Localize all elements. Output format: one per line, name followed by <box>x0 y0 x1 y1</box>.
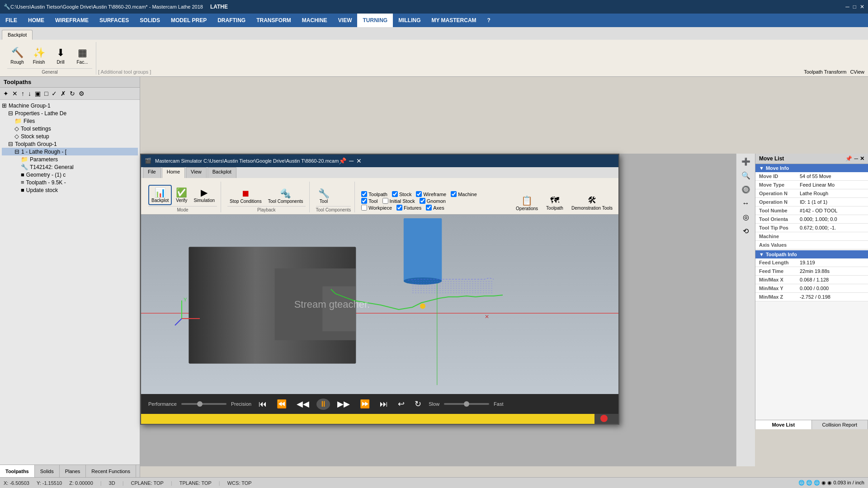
step-btn[interactable]: ↩ <box>395 398 407 410</box>
tree-item[interactable]: ◇ Stock setup <box>2 132 138 140</box>
sim-tab-file[interactable]: File <box>143 167 161 178</box>
ribbon-btn-finish[interactable]: ✨ Finish <box>29 45 49 66</box>
ml-tab-collision[interactable]: Collision Report <box>812 420 868 429</box>
menu-item-?[interactable]: ? <box>482 14 496 27</box>
operations-btn[interactable]: 📋 Operations <box>514 194 540 212</box>
vis-toolpath[interactable]: Toolpath <box>361 191 387 197</box>
tb-settings[interactable]: ⚙ <box>77 89 86 98</box>
minimize-btn[interactable]: ─ <box>845 4 849 10</box>
tree-item[interactable]: 📁 Files <box>2 117 138 125</box>
rst-btn-4[interactable]: ↔ <box>739 197 753 209</box>
vis-axes-cb[interactable] <box>426 205 432 211</box>
verify-btn[interactable]: ✅ Verify <box>174 186 189 204</box>
skip-end-btn[interactable]: ⏭ <box>377 399 391 410</box>
vis-workpiece[interactable]: Workpiece <box>361 205 392 211</box>
prev-frame-btn[interactable]: ⏪ <box>274 398 289 410</box>
left-tab-toolpaths[interactable]: Toolpaths <box>0 465 35 477</box>
tree-item[interactable]: ■ Geometry - (1) c <box>2 171 138 178</box>
demo-tools-btn[interactable]: 🛠 Demonstration Tools <box>569 194 615 212</box>
left-tab-solids[interactable]: Solids <box>35 465 60 477</box>
vis-tool[interactable]: Tool <box>361 198 377 204</box>
tree-item[interactable]: 🔧 T142142: General <box>2 163 138 171</box>
vis-machine[interactable]: Machine <box>451 191 477 197</box>
vis-machine-cb[interactable] <box>451 191 457 197</box>
menu-item-machine[interactable]: MACHINE <box>297 14 333 27</box>
rst-btn-1[interactable]: ➕ <box>739 155 753 168</box>
tb-move-down[interactable]: ↓ <box>27 89 33 98</box>
ml-pin-btn[interactable]: 📌 <box>845 155 852 162</box>
menu-item-transform[interactable]: TRANSFORM <box>251 14 297 27</box>
sim-tab-view[interactable]: View <box>186 167 207 178</box>
menu-item-surfaces[interactable]: SURFACES <box>94 14 134 27</box>
tb-delete[interactable]: ✕ <box>11 89 19 98</box>
toolpath-btn[interactable]: 🗺 Toolpath <box>542 194 567 212</box>
next-frame-btn[interactable]: ⏩ <box>357 398 373 410</box>
tb-check[interactable]: ✓ <box>50 89 58 98</box>
menu-item-view[interactable]: VIEW <box>333 14 358 27</box>
vis-gnomon-cb[interactable] <box>420 198 425 204</box>
tree-item[interactable]: 📁 Parameters <box>2 155 138 163</box>
tb-select-all[interactable]: ▣ <box>33 89 42 98</box>
toolpath-info-section-header[interactable]: ▼ Toolpath Info <box>755 250 868 258</box>
vis-wireframe-cb[interactable] <box>416 191 422 197</box>
stop-conditions-btn[interactable]: ⏹ Stop Conditions <box>227 187 264 205</box>
tb-move-up[interactable]: ↑ <box>20 89 26 98</box>
menu-item-milling[interactable]: MILLING <box>393 14 426 27</box>
rewind-btn[interactable]: ◀◀ <box>294 398 312 410</box>
speed-slider[interactable] <box>444 403 489 405</box>
vis-workpiece-cb[interactable] <box>361 205 367 211</box>
move-info-section-header[interactable]: ▼ Move Info <box>755 164 868 172</box>
close-btn[interactable]: ✕ <box>860 4 864 10</box>
menu-item-model-prep[interactable]: MODEL PREP <box>165 14 212 27</box>
progress-bar-row[interactable] <box>141 414 618 424</box>
menu-item-my-mastercam[interactable]: MY MASTERCAM <box>426 14 481 27</box>
sim-tab-home[interactable]: Home <box>162 167 185 178</box>
progress-thumb[interactable] <box>600 415 608 422</box>
sim-tab-backplot[interactable]: Backplot <box>208 167 236 178</box>
vis-gnomon[interactable]: Gnomon <box>420 198 446 204</box>
vis-stock-cb[interactable] <box>392 191 398 197</box>
sim-viewport[interactable]: ✕ Stream gteacher. Y <box>141 215 618 394</box>
vis-wireframe[interactable]: Wireframe <box>416 191 446 197</box>
tree-item[interactable]: ⊞ Machine Group-1 <box>2 102 138 109</box>
tree-item[interactable]: ≡ Toolpath - 9.5K - <box>2 178 138 186</box>
vis-fixtures[interactable]: Fixtures <box>396 205 421 211</box>
sim-min-btn[interactable]: ─ <box>349 157 354 164</box>
skip-start-btn[interactable]: ⏮ <box>256 399 269 410</box>
tree-item[interactable]: ■ Update stock <box>2 186 138 194</box>
left-tab-planes[interactable]: Planes <box>60 465 86 477</box>
ml-tab-move-list[interactable]: Move List <box>755 420 812 429</box>
ribbon-btn-fac[interactable]: ▦ Fac... <box>72 45 92 66</box>
tree-item[interactable]: ⊟ Properties - Lathe De <box>2 109 138 117</box>
vis-toolpath-cb[interactable] <box>361 191 367 197</box>
tree-item[interactable]: ◇ Tool settings <box>2 125 138 132</box>
vis-initial-stock-cb[interactable] <box>382 198 388 204</box>
left-tab-recent-functions[interactable]: Recent Functions <box>86 465 136 477</box>
pause-btn[interactable]: ⏸ <box>316 399 330 410</box>
vis-fixtures-cb[interactable] <box>396 205 402 211</box>
ribbon-btn-drill[interactable]: ⬇ Drill <box>51 45 71 66</box>
menu-item-file[interactable]: FILE <box>0 14 23 27</box>
menu-item-turning[interactable]: TURNING <box>357 14 393 27</box>
performance-slider[interactable] <box>181 403 226 405</box>
rst-btn-6[interactable]: ⟲ <box>739 225 753 237</box>
ribbon-btn-rough[interactable]: 🔨 Rough <box>7 45 27 66</box>
tb-uncheck[interactable]: ✗ <box>59 89 67 98</box>
tb-regen[interactable]: ↻ <box>68 89 76 98</box>
tree-item[interactable]: ⊟ 1 - Lathe Rough - [ <box>2 148 138 155</box>
sim-pin-btn[interactable]: 📌 <box>339 157 346 164</box>
vis-axes[interactable]: Axes <box>426 205 444 211</box>
rst-btn-2[interactable]: 🔍 <box>739 169 753 182</box>
reset-btn[interactable]: ↻ <box>412 398 424 410</box>
tree-item[interactable]: ⊟ Toolpath Group-1 <box>2 140 138 148</box>
tb-deselect[interactable]: □ <box>43 89 49 98</box>
sim-tool-btn[interactable]: 🔧 Tool <box>316 187 332 205</box>
simulation-btn[interactable]: ▶ Simulation <box>191 186 217 204</box>
vis-stock[interactable]: Stock <box>392 191 412 197</box>
ribbon-tab-backplot[interactable]: Backplot <box>2 30 33 40</box>
rst-btn-5[interactable]: ◎ <box>739 211 753 223</box>
sim-close-btn[interactable]: ✕ <box>356 157 362 164</box>
vis-tool-cb[interactable] <box>361 198 367 204</box>
menu-item-drafting[interactable]: DRAFTING <box>212 14 251 27</box>
backplot-btn[interactable]: 📊 Backplot <box>148 185 172 205</box>
